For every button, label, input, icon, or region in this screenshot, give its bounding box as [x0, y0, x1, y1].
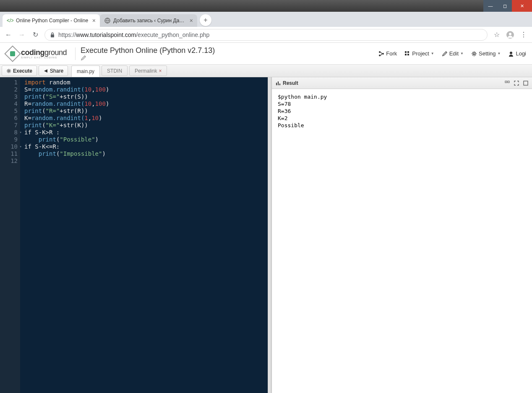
tab-title: Online Python Compiler - Online: [16, 18, 90, 24]
tab-favicon: </>: [7, 17, 13, 24]
gear-icon: [471, 51, 477, 57]
new-tab-button[interactable]: +: [200, 14, 211, 26]
svg-rect-10: [405, 54, 407, 55]
editor-toolbar: Execute Share main.py STDIN Permalink×: [0, 65, 532, 77]
window-titlebar: — ◻ ✕: [0, 0, 532, 12]
address-bar[interactable]: https://www.tutorialspoint.com/execute_p…: [44, 29, 488, 41]
browser-menu-icon[interactable]: ⋮: [519, 31, 528, 39]
result-header: Result: [272, 77, 532, 89]
main-split: 1 2 3 4 5 6 7 8 9 10 11 12 import random…: [0, 77, 532, 393]
browser-toolbar: ← → ↻ https://www.tutorialspoint.com/exe…: [0, 27, 532, 43]
result-fullscreen-icon[interactable]: [514, 80, 519, 86]
result-icon: [275, 80, 281, 86]
svg-rect-9: [407, 51, 409, 53]
chevron-down-icon: ▼: [431, 52, 434, 55]
svg-point-13: [510, 52, 512, 54]
chevron-down-icon: ▼: [498, 52, 501, 55]
browser-tab-strip: </> Online Python Compiler - Online × До…: [0, 12, 532, 27]
svg-rect-16: [278, 81, 279, 85]
svg-rect-2: [51, 34, 54, 37]
svg-point-7: [382, 53, 384, 55]
result-expand-icon[interactable]: [523, 80, 529, 86]
svg-point-14: [8, 70, 10, 72]
svg-rect-15: [276, 83, 277, 85]
result-action-icon[interactable]: [504, 80, 510, 86]
svg-rect-20: [524, 81, 528, 85]
header-actions: Fork Project▼ Edit▼ Setting▼ Logi: [376, 49, 529, 58]
svg-point-12: [473, 52, 475, 55]
project-dropdown[interactable]: Project▼: [402, 49, 436, 58]
svg-rect-11: [407, 54, 409, 55]
gear-icon: [6, 68, 11, 73]
logo-text: codingground SIMPLY EASY CODING: [21, 49, 67, 59]
fork-button[interactable]: Fork: [376, 49, 399, 58]
window-maximize-button[interactable]: ◻: [498, 0, 512, 12]
login-button[interactable]: Logi: [506, 49, 529, 58]
split-handle[interactable]: [268, 77, 272, 393]
svg-rect-18: [505, 81, 507, 83]
tab-title: Добавить запись ‹ Сурин Данил: [113, 18, 187, 24]
forward-button[interactable]: →: [18, 31, 26, 39]
line-gutter: 1 2 3 4 5 6 7 8 9 10 11 12: [0, 77, 20, 393]
stdin-tab[interactable]: STDIN: [102, 66, 128, 76]
window-close-button[interactable]: ✕: [512, 0, 532, 12]
tab-close-icon[interactable]: ×: [92, 17, 96, 24]
result-label: Result: [283, 80, 298, 86]
tab-close-icon[interactable]: ×: [190, 17, 193, 24]
svg-rect-8: [405, 51, 407, 53]
browser-tab-inactive[interactable]: Добавить запись ‹ Сурин Данил ×: [100, 14, 197, 27]
permalink-tab[interactable]: Permalink×: [129, 66, 167, 76]
url-text: https://www.tutorialspoint.com/execute_p…: [58, 31, 209, 38]
tab-favicon: [104, 17, 111, 24]
file-tab-main[interactable]: main.py: [71, 66, 100, 77]
page-title: Execute Python Online (Python v2.7.13): [81, 46, 217, 61]
user-icon: [508, 51, 514, 57]
share-button[interactable]: Share: [39, 66, 68, 76]
fork-icon: [378, 51, 384, 57]
result-output: $python main.py S=78 R=36 K=2 Possible: [272, 89, 532, 133]
back-button[interactable]: ←: [4, 31, 13, 39]
profile-icon[interactable]: [506, 31, 514, 39]
close-icon[interactable]: ×: [159, 68, 162, 74]
site-header: codingground SIMPLY EASY CODING Execute …: [0, 43, 532, 65]
edit-title-icon[interactable]: [81, 55, 217, 61]
svg-rect-19: [508, 81, 509, 83]
svg-point-6: [379, 55, 381, 56]
execute-button[interactable]: Execute: [2, 66, 37, 76]
site-logo[interactable]: codingground SIMPLY EASY CODING: [3, 48, 70, 60]
browser-tab-active[interactable]: </> Online Python Compiler - Online ×: [3, 14, 100, 27]
logo-icon: [4, 45, 21, 62]
svg-point-4: [509, 33, 511, 35]
edit-icon: [442, 51, 448, 57]
code-content[interactable]: import random S=random.randint(10,100) p…: [20, 77, 109, 393]
window-minimize-button[interactable]: —: [483, 0, 498, 12]
svg-text:</>: </>: [7, 18, 13, 24]
edit-dropdown[interactable]: Edit▼: [439, 49, 466, 58]
lock-icon: [50, 32, 55, 38]
reload-button[interactable]: ↻: [31, 31, 39, 39]
chevron-down-icon: ▼: [460, 52, 464, 55]
result-pane: Result $python main.py S=78 R=36 K=2 Pos…: [272, 77, 532, 393]
svg-rect-17: [279, 84, 280, 85]
share-icon: [43, 68, 48, 73]
divider: [75, 47, 76, 60]
bookmark-star-icon[interactable]: ☆: [493, 31, 501, 39]
svg-point-5: [379, 51, 381, 53]
code-editor[interactable]: 1 2 3 4 5 6 7 8 9 10 11 12 import random…: [0, 77, 268, 393]
setting-dropdown[interactable]: Setting▼: [469, 49, 503, 58]
project-icon: [404, 51, 410, 57]
